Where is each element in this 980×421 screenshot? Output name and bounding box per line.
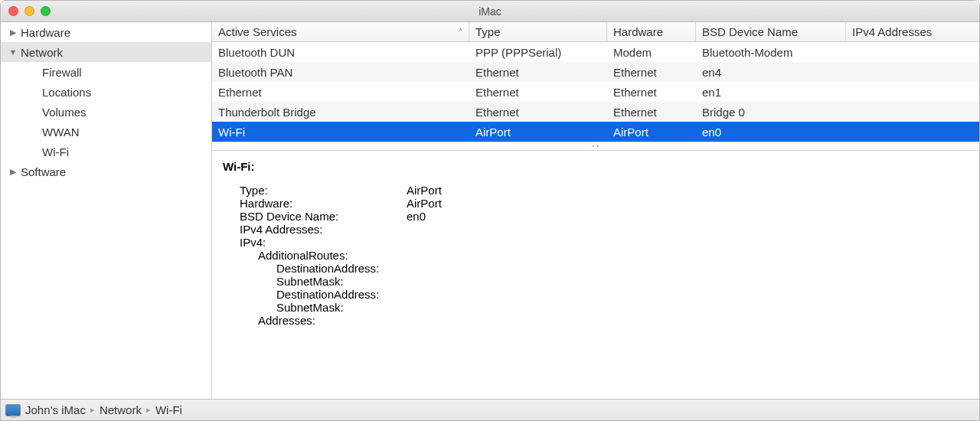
detail-row: IPv4 Addresses:	[223, 223, 969, 236]
path-item[interactable]: Wi-Fi	[155, 403, 182, 416]
detail-title: Wi-Fi:	[223, 160, 969, 173]
sidebar-item-network[interactable]: ▼ Network	[1, 42, 211, 62]
column-label: IPv4 Addresses	[852, 25, 932, 38]
cell-hardware: Ethernet	[607, 66, 696, 79]
grip-icon	[592, 145, 599, 148]
sidebar-item-label: WWAN	[42, 126, 80, 139]
zoom-icon[interactable]	[41, 6, 51, 16]
detail-nested: SubnetMask:	[223, 301, 969, 314]
sidebar-item-label: Locations	[42, 86, 91, 99]
cell-type: Ethernet	[469, 66, 607, 79]
close-icon[interactable]	[8, 6, 18, 16]
cell-bsd: en4	[696, 66, 846, 79]
cell-service: Wi-Fi	[212, 126, 469, 139]
detail-nested: DestinationAddress:	[223, 262, 969, 275]
detail-value: AirPort	[407, 184, 442, 197]
split-handle[interactable]	[212, 142, 979, 151]
cell-service: Bluetooth DUN	[212, 46, 469, 59]
cell-service: Ethernet	[212, 86, 469, 99]
sidebar-item-firewall[interactable]: Firewall	[1, 62, 211, 82]
main-split: ▶ Hardware ▼ Network Firewall Locations …	[1, 22, 979, 399]
table-row[interactable]: Ethernet Ethernet Ethernet en1	[212, 82, 979, 102]
cell-service: Bluetooth PAN	[212, 66, 469, 79]
cell-type: Ethernet	[469, 86, 607, 99]
path-bar: John’s iMac ▸ Network ▸ Wi-Fi	[1, 399, 979, 420]
table-body: Bluetooth DUN PPP (PPPSerial) Modem Blue…	[212, 42, 979, 142]
sidebar-item-wifi[interactable]: Wi-Fi	[1, 142, 211, 162]
detail-nested: SubnetMask:	[223, 275, 969, 288]
sidebar-item-hardware[interactable]: ▶ Hardware	[1, 22, 211, 42]
detail-value: AirPort	[407, 197, 442, 210]
sidebar-item-label: Network	[21, 46, 63, 59]
detail-key: BSD Device Name:	[223, 210, 407, 223]
column-type[interactable]: Type	[469, 22, 607, 41]
column-ipv4-addresses[interactable]: IPv4 Addresses	[846, 22, 979, 41]
sidebar-item-label: Hardware	[21, 26, 70, 39]
minimize-icon[interactable]	[24, 6, 34, 16]
cell-type: PPP (PPPSerial)	[469, 46, 607, 59]
window-controls	[1, 6, 51, 16]
cell-hardware: AirPort	[607, 126, 696, 139]
column-label: Active Services	[218, 25, 297, 38]
cell-bsd: Bridge 0	[696, 106, 846, 119]
detail-pane: Wi-Fi: Type: AirPort Hardware: AirPort B…	[212, 151, 979, 399]
column-label: Hardware	[613, 25, 663, 38]
column-active-services[interactable]: Active Services ˄	[212, 22, 469, 41]
disclosure-down-icon[interactable]: ▼	[8, 47, 18, 57]
column-hardware[interactable]: Hardware	[607, 22, 696, 41]
table-row[interactable]: Wi-Fi AirPort AirPort en0	[212, 122, 979, 142]
detail-row: Hardware: AirPort	[223, 197, 969, 210]
sidebar-item-label: Volumes	[42, 106, 87, 119]
path-item[interactable]: John’s iMac	[25, 403, 86, 416]
disclosure-right-icon[interactable]: ▶	[8, 28, 18, 38]
window-title: iMac	[1, 5, 979, 18]
sort-ascending-icon: ˄	[459, 28, 462, 36]
disclosure-right-icon[interactable]: ▶	[8, 167, 18, 177]
titlebar: iMac	[1, 1, 979, 22]
cell-bsd: en0	[696, 126, 846, 139]
chevron-right-icon: ▸	[146, 405, 151, 415]
sidebar-item-software[interactable]: ▶ Software	[1, 162, 211, 181]
detail-row: BSD Device Name: en0	[223, 210, 969, 223]
cell-type: Ethernet	[469, 106, 607, 119]
cell-bsd: Bluetooth-Modem	[696, 46, 846, 59]
detail-value: en0	[407, 210, 426, 223]
detail-key: Type:	[223, 184, 407, 197]
column-label: BSD Device Name	[702, 25, 798, 38]
cell-service: Thunderbolt Bridge	[212, 106, 469, 119]
sidebar: ▶ Hardware ▼ Network Firewall Locations …	[1, 22, 212, 399]
detail-row: Type: AirPort	[223, 184, 969, 197]
table-row[interactable]: Bluetooth PAN Ethernet Ethernet en4	[212, 62, 979, 82]
sidebar-item-label: Wi-Fi	[42, 145, 69, 158]
cell-bsd: en1	[696, 86, 846, 99]
detail-key: IPv4:	[223, 236, 407, 249]
table-row[interactable]: Bluetooth DUN PPP (PPPSerial) Modem Blue…	[212, 42, 979, 62]
detail-nested: AdditionalRoutes:	[223, 249, 969, 262]
detail-nested: DestinationAddress:	[223, 288, 969, 301]
sidebar-item-locations[interactable]: Locations	[1, 82, 211, 102]
detail-key: Hardware:	[223, 197, 407, 210]
sidebar-item-volumes[interactable]: Volumes	[1, 102, 211, 122]
content-pane: Active Services ˄ Type Hardware BSD Devi…	[212, 22, 979, 399]
sidebar-item-wwan[interactable]: WWAN	[1, 122, 211, 142]
chevron-right-icon: ▸	[90, 405, 95, 415]
cell-hardware: Modem	[607, 46, 696, 59]
computer-icon	[5, 404, 21, 416]
cell-type: AirPort	[469, 126, 607, 139]
column-bsd-device-name[interactable]: BSD Device Name	[696, 22, 846, 41]
detail-nested: Addresses:	[223, 314, 969, 327]
sidebar-item-label: Firewall	[42, 66, 82, 79]
cell-hardware: Ethernet	[607, 106, 696, 119]
cell-hardware: Ethernet	[607, 86, 696, 99]
table-header: Active Services ˄ Type Hardware BSD Devi…	[212, 22, 979, 42]
sidebar-item-label: Software	[21, 165, 66, 178]
detail-row: IPv4:	[223, 236, 969, 249]
detail-key: IPv4 Addresses:	[223, 223, 407, 236]
table-row[interactable]: Thunderbolt Bridge Ethernet Ethernet Bri…	[212, 102, 979, 122]
column-label: Type	[475, 25, 501, 38]
path-item[interactable]: Network	[100, 403, 142, 416]
